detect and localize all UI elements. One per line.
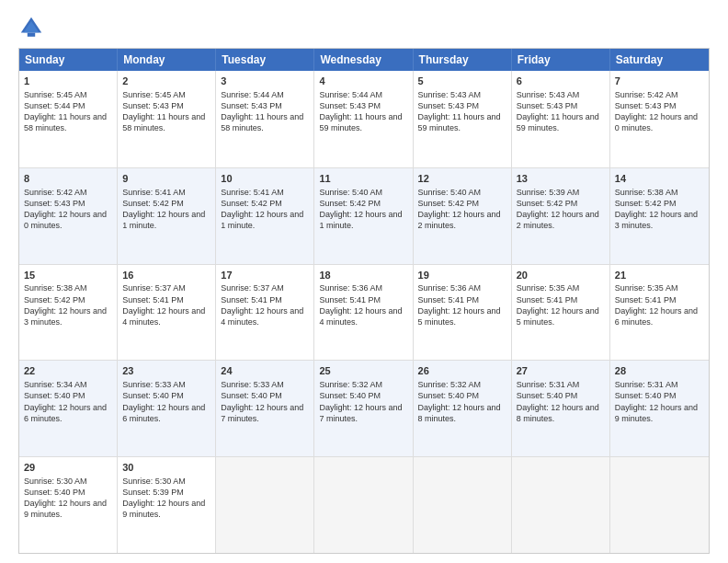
sunset: Sunset: 5:42 PM [221,199,282,208]
sunset: Sunset: 5:43 PM [122,101,184,110]
day-cell: 10Sunrise: 5:41 AMSunset: 5:42 PMDayligh… [216,168,314,264]
daylight: Daylight: 12 hours and 0 minutes. [615,112,698,132]
day-cell: 1Sunrise: 5:45 AMSunset: 5:44 PMDaylight… [19,71,118,167]
sunrise: Sunrise: 5:30 AM [24,477,87,486]
day-cell: 23Sunrise: 5:33 AMSunset: 5:40 PMDayligh… [118,361,216,456]
day-number: 1 [24,75,112,88]
daylight: Daylight: 12 hours and 1 minute. [122,210,205,230]
day-number: 5 [418,75,506,88]
day-cell: 12Sunrise: 5:40 AMSunset: 5:42 PMDayligh… [414,168,512,264]
weekday-header: Friday [512,49,610,71]
day-cell: 28Sunrise: 5:31 AMSunset: 5:40 PMDayligh… [610,361,709,456]
sunrise: Sunrise: 5:38 AM [24,283,87,293]
sunrise: Sunrise: 5:32 AM [418,380,482,389]
sunrise: Sunrise: 5:37 AM [221,283,284,293]
calendar-body: 1Sunrise: 5:45 AMSunset: 5:44 PMDaylight… [19,71,709,553]
day-number: 20 [517,269,605,282]
daylight: Daylight: 12 hours and 3 minutes. [24,306,107,327]
sunset: Sunset: 5:42 PM [615,199,677,208]
day-number: 16 [122,269,210,282]
day-number: 30 [122,461,210,475]
header [18,15,710,40]
day-cell: 27Sunrise: 5:31 AMSunset: 5:40 PMDayligh… [512,361,610,456]
daylight: Daylight: 12 hours and 4 minutes. [221,306,303,327]
daylight: Daylight: 12 hours and 6 minutes. [24,403,107,423]
day-cell: 9Sunrise: 5:41 AMSunset: 5:42 PMDaylight… [118,168,216,264]
daylight: Daylight: 11 hours and 59 minutes. [319,112,402,132]
daylight: Daylight: 11 hours and 59 minutes. [418,112,501,132]
day-cell: 26Sunrise: 5:32 AMSunset: 5:40 PMDayligh… [414,361,512,456]
sunset: Sunset: 5:40 PM [221,391,282,400]
sunset: Sunset: 5:39 PM [122,488,184,497]
sunrise: Sunrise: 5:31 AM [517,380,580,389]
daylight: Daylight: 11 hours and 59 minutes. [517,112,599,132]
day-cell: 19Sunrise: 5:36 AMSunset: 5:41 PMDayligh… [414,265,512,361]
daylight: Daylight: 12 hours and 9 minutes. [615,403,698,423]
sunset: Sunset: 5:41 PM [122,295,184,304]
day-number: 15 [24,269,112,282]
sunrise: Sunrise: 5:36 AM [418,283,482,293]
day-number: 3 [221,75,309,88]
day-number: 25 [319,364,407,378]
sunset: Sunset: 5:43 PM [418,101,480,110]
calendar-header: SundayMondayTuesdayWednesdayThursdayFrid… [19,49,709,71]
empty-cell [414,457,512,553]
sunset: Sunset: 5:41 PM [221,295,282,304]
calendar-row: 15Sunrise: 5:38 AMSunset: 5:42 PMDayligh… [19,264,709,361]
day-cell: 11Sunrise: 5:40 AMSunset: 5:42 PMDayligh… [314,168,413,264]
day-number: 21 [615,269,704,282]
daylight: Daylight: 12 hours and 7 minutes. [221,403,303,423]
sunset: Sunset: 5:42 PM [418,199,480,208]
day-number: 26 [418,364,506,378]
day-number: 22 [24,364,112,378]
sunset: Sunset: 5:42 PM [319,199,381,208]
sunrise: Sunrise: 5:45 AM [24,90,87,99]
sunrise: Sunrise: 5:33 AM [122,380,186,389]
day-number: 28 [615,364,704,378]
calendar-row: 1Sunrise: 5:45 AMSunset: 5:44 PMDaylight… [19,71,709,167]
calendar-row: 29Sunrise: 5:30 AMSunset: 5:40 PMDayligh… [19,456,709,553]
daylight: Daylight: 12 hours and 5 minutes. [517,306,599,327]
sunrise: Sunrise: 5:41 AM [122,188,186,197]
sunset: Sunset: 5:43 PM [319,101,381,110]
day-number: 27 [517,364,605,378]
day-number: 17 [221,269,309,282]
sunrise: Sunrise: 5:35 AM [615,283,678,293]
daylight: Daylight: 12 hours and 1 minute. [319,210,402,230]
weekday-header: Saturday [610,49,709,71]
day-cell: 13Sunrise: 5:39 AMSunset: 5:42 PMDayligh… [512,168,610,264]
day-cell: 15Sunrise: 5:38 AMSunset: 5:42 PMDayligh… [19,265,118,361]
sunset: Sunset: 5:42 PM [122,199,184,208]
logo [18,15,48,40]
day-cell: 17Sunrise: 5:37 AMSunset: 5:41 PMDayligh… [216,265,314,361]
sunrise: Sunrise: 5:40 AM [418,188,482,197]
day-cell: 24Sunrise: 5:33 AMSunset: 5:40 PMDayligh… [216,361,314,456]
daylight: Daylight: 12 hours and 2 minutes. [517,210,599,230]
day-number: 29 [24,461,112,475]
weekday-header: Tuesday [216,49,314,71]
day-cell: 14Sunrise: 5:38 AMSunset: 5:42 PMDayligh… [610,168,709,264]
day-cell: 8Sunrise: 5:42 AMSunset: 5:43 PMDaylight… [19,168,118,264]
sunset: Sunset: 5:41 PM [517,295,578,304]
day-number: 23 [122,364,210,378]
empty-cell [314,457,413,553]
day-cell: 29Sunrise: 5:30 AMSunset: 5:40 PMDayligh… [19,457,118,553]
daylight: Daylight: 12 hours and 1 minute. [221,210,303,230]
weekday-header: Wednesday [314,49,413,71]
sunset: Sunset: 5:44 PM [24,101,85,110]
day-number: 2 [122,75,210,88]
sunrise: Sunrise: 5:33 AM [221,380,284,389]
sunset: Sunset: 5:43 PM [24,199,85,208]
sunset: Sunset: 5:42 PM [24,295,85,304]
day-cell: 16Sunrise: 5:37 AMSunset: 5:41 PMDayligh… [118,265,216,361]
daylight: Daylight: 12 hours and 8 minutes. [418,403,501,423]
sunset: Sunset: 5:43 PM [221,101,282,110]
sunset: Sunset: 5:43 PM [615,101,677,110]
day-number: 4 [319,75,407,88]
daylight: Daylight: 12 hours and 7 minutes. [319,403,402,423]
daylight: Daylight: 12 hours and 9 minutes. [122,499,205,519]
day-number: 19 [418,269,506,282]
daylight: Daylight: 12 hours and 2 minutes. [418,210,501,230]
sunrise: Sunrise: 5:43 AM [418,90,482,99]
day-number: 24 [221,364,309,378]
